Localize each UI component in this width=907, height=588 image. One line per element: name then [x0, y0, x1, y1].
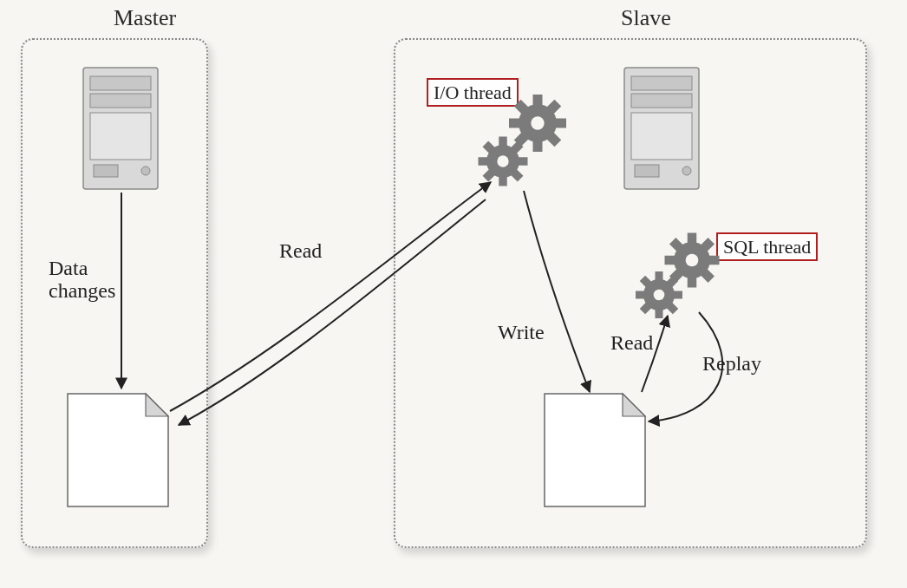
data-changes-label: Data changes	[49, 257, 115, 303]
read-label: Read	[279, 239, 322, 263]
read2-label: Read	[610, 331, 653, 355]
write-label: Write	[498, 321, 545, 344]
master-title: Master	[114, 5, 176, 31]
sql-thread-box: SQL thread	[716, 232, 818, 261]
binary-log-box: Binary log	[78, 432, 144, 480]
relay-log-box: Relay log	[555, 432, 613, 480]
slave-group	[394, 38, 867, 548]
slave-title: Slave	[621, 5, 671, 31]
io-thread-box: I/O thread	[427, 78, 519, 107]
replay-label: Replay	[702, 352, 761, 376]
